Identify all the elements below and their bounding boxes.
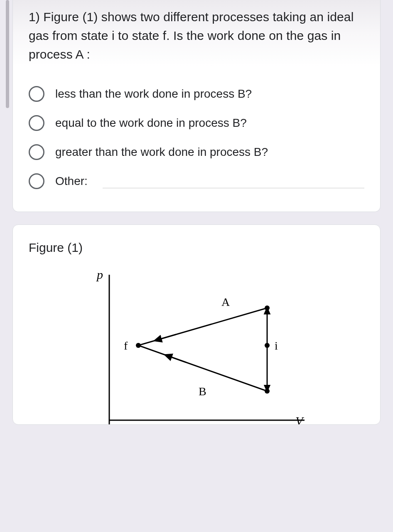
options-group: less than the work done in process B? eq…	[29, 79, 364, 196]
figure-wrap: p V f i A B	[29, 266, 364, 424]
option-label: Other:	[55, 173, 88, 189]
question-text: 1) Figure (1) shows two different proces…	[29, 7, 364, 64]
figure-title: Figure (1)	[29, 241, 364, 255]
path-b-line	[138, 345, 267, 391]
x-axis-label: V	[295, 414, 305, 424]
option-label: less than the work done in process B?	[55, 86, 252, 102]
radio-icon[interactable]	[29, 115, 44, 131]
pv-diagram: p V f i A B	[88, 266, 305, 424]
option-label: greater than the work done in process B?	[55, 144, 268, 160]
radio-icon[interactable]	[29, 173, 44, 189]
y-axis-label: p	[96, 268, 103, 281]
figure-card: Figure (1) p V f	[12, 224, 381, 425]
question-card: 1) Figure (1) shows two different proces…	[12, 0, 381, 212]
radio-icon[interactable]	[29, 86, 44, 102]
point-i-mid	[265, 343, 270, 348]
path-a-label: A	[221, 296, 230, 308]
option-row-other[interactable]: Other:	[29, 167, 364, 196]
path-b-arrow	[165, 355, 186, 362]
radio-icon[interactable]	[29, 144, 44, 160]
option-row[interactable]: greater than the work done in process B?	[29, 138, 364, 167]
point-f-label: f	[124, 339, 128, 352]
path-b-label: B	[199, 385, 206, 398]
point-i-label: i	[275, 339, 278, 352]
other-text-input[interactable]	[103, 174, 364, 188]
option-row[interactable]: equal to the work done in process B?	[29, 108, 364, 138]
path-a-arrow	[155, 335, 176, 341]
scroll-indicator[interactable]	[6, 0, 9, 108]
option-row[interactable]: less than the work done in process B?	[29, 79, 364, 108]
option-label: equal to the work done in process B?	[55, 115, 247, 131]
